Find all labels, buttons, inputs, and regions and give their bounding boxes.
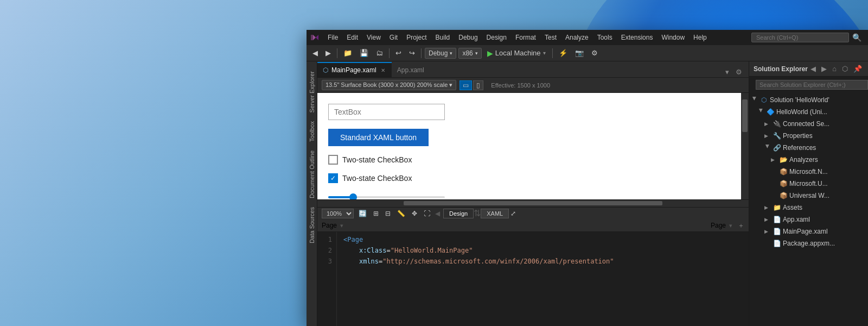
document-outline-tab[interactable]: Document Outline [307,146,317,203]
se-item-solution[interactable]: ▶ ⬡ Solution 'HelloWorld' [749,94,868,106]
ms-n-icon: 📦 [779,167,788,176]
se-header-btns: ◀ ▶ ⌂ ⬡ 📌 [809,64,864,74]
toolbox-tab[interactable]: Toolbox [307,117,317,146]
xaml-button[interactable]: Standard XAML button [328,129,429,146]
checkbox2[interactable] [328,173,338,183]
open-xaml-btn[interactable]: ⤢ [509,209,518,218]
grid-btn[interactable]: ⊞ [372,209,380,218]
se-item-references[interactable]: ▶ 🔗 References [749,142,868,154]
menu-git[interactable]: Git [386,32,401,43]
performance-btn[interactable]: ⚡ [556,48,570,58]
se-item-analyzers[interactable]: ▶ 📂 Analyzers [749,154,868,166]
tab-active-label: MainPage.xaml [331,66,376,74]
menu-help[interactable]: Help [690,32,711,43]
connected-icon: 🔌 [773,120,781,128]
menu-test[interactable]: Test [541,32,560,43]
properties-expand-icon: ▶ [764,133,771,139]
canvas-h-scrollbar[interactable] [317,199,749,207]
se-sync-btn[interactable]: ⬡ [840,64,850,74]
checkbox1[interactable] [328,155,338,165]
xaml-view-btn[interactable]: XAML [481,209,509,218]
line-num-3: 3 [322,256,332,267]
se-item-ms-n[interactable]: 📦 Microsoft.N... [749,166,868,178]
arch-dropdown[interactable]: x86 ▾ [458,48,481,59]
canvas-scrollbar-thumb[interactable] [742,99,748,132]
menu-debug[interactable]: Debug [455,32,481,43]
se-home-btn[interactable]: ⌂ [831,64,838,74]
portrait-btn[interactable]: ▭ [459,80,472,90]
menu-design[interactable]: Design [483,32,510,43]
canvas-h-scrollbar-thumb[interactable] [404,201,662,205]
se-forward-btn[interactable]: ▶ [820,64,828,74]
view-toggle: Design ⇅ XAML ⤢ [443,209,518,218]
se-item-connected[interactable]: ▶ 🔌 Connected Se... [749,118,868,130]
config-dropdown[interactable]: Debug ▾ [425,48,456,59]
pan-btn[interactable]: ✥ [410,209,419,218]
canvas-scrollbar[interactable] [741,93,749,199]
data-sources-tab[interactable]: Data Sources [307,203,317,248]
se-item-mainpage-xaml[interactable]: ▶ 📄 MainPage.xaml [749,225,868,237]
tab-mainpage-xaml[interactable]: ⬡ MainPage.xaml ✕ [317,62,392,77]
breadcrumb-right[interactable]: Page [711,222,726,229]
save-all-btn[interactable]: 🗂 [373,48,386,58]
redo-btn[interactable]: ↪ [406,48,418,58]
menu-format[interactable]: Format [512,32,540,43]
server-explorer-tab[interactable]: Server Explorer [307,67,317,117]
forward-btn[interactable]: ▶ [323,48,334,58]
menu-tools[interactable]: Tools [593,32,616,43]
landscape-btn[interactable]: ▯ [473,80,483,90]
menu-search[interactable] [751,33,849,42]
menu-extensions[interactable]: Extensions [617,32,657,43]
undo-btn[interactable]: ↩ [393,48,404,58]
zoom-select[interactable]: 100% [322,209,354,218]
menu-window[interactable]: Window [658,32,688,43]
camera-btn[interactable]: 📷 [572,48,586,58]
xaml-slider[interactable] [328,192,445,199]
se-pin-btn[interactable]: 📌 [852,64,864,74]
snap-btn[interactable]: ⊟ [384,209,392,218]
references-expand-icon: ▶ [765,145,770,151]
analyzers-label: Analyzers [789,156,818,164]
fit-btn[interactable]: ⛶ [422,209,432,218]
add-code-btn[interactable]: ＋ [738,221,744,230]
tab-close-mainpage[interactable]: ✕ [380,67,386,74]
se-item-package[interactable]: 📄 Package.appxm... [749,237,868,249]
run-button[interactable]: ▶ Local Machine ▾ [484,48,549,59]
app-xaml-label: App.xaml [783,216,810,223]
save-btn[interactable]: 💾 [357,48,371,58]
menu-edit[interactable]: Edit [343,32,362,43]
code-content[interactable]: <Page x:Class="HelloWorld.MainPage" xmln… [337,232,749,327]
slider-thumb[interactable] [349,193,357,199]
run-dropdown-arrow: ▾ [543,50,546,56]
open-file-btn[interactable]: 📁 [341,48,355,58]
menu-build[interactable]: Build [432,32,454,43]
se-item-universal[interactable]: 📦 Universal W... [749,190,868,202]
menu-project[interactable]: Project [403,32,430,43]
tab-inactive-label: App.xaml [397,66,424,74]
xaml-textbox[interactable] [328,104,445,120]
ruler-btn[interactable]: 📏 [395,209,407,218]
tab-settings-btn[interactable]: ⚙ [733,67,744,77]
se-search-input[interactable] [756,80,868,90]
se-item-ms-u[interactable]: 📦 Microsoft.U... [749,178,868,190]
menu-view[interactable]: View [363,32,385,43]
se-item-properties[interactable]: ▶ 🔧 Properties [749,130,868,142]
tab-list-btn[interactable]: ▾ [723,67,731,77]
design-toolbar: 13.5" Surface Book (3000 x 2000) 200% sc… [317,78,749,93]
se-back-btn[interactable]: ◀ [809,64,818,74]
refresh-btn[interactable]: 🔄 [357,209,368,218]
se-item-assets[interactable]: ▶ 📁 Assets [749,202,868,214]
se-item-app-xaml[interactable]: ▶ 📄 App.xaml [749,214,868,225]
back-btn[interactable]: ◀ [310,48,321,58]
analyzers-icon: 📂 [779,155,788,164]
menu-analyze[interactable]: Analyze [561,32,592,43]
line-num-2: 2 [322,245,332,256]
breadcrumb-left[interactable]: Page [322,222,337,229]
design-view-btn[interactable]: Design [443,209,474,218]
menu-file[interactable]: File [324,32,342,43]
se-item-project[interactable]: ▶ 🔷 HelloWorld (Uni... [749,106,868,118]
connected-label: Connected Se... [783,120,829,128]
tab-app-xaml[interactable]: App.xaml [392,62,430,77]
screen-size-dropdown[interactable]: 13.5" Surface Book (3000 x 2000) 200% sc… [322,80,456,90]
settings-btn[interactable]: ⚙ [589,48,601,58]
